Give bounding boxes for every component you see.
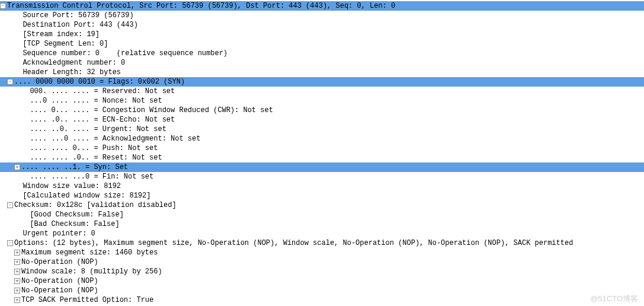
row-text: Sequence number: 0 (relative sequence nu…: [14, 49, 644, 58]
collapse-icon[interactable]: -: [7, 240, 13, 246]
tree-row-opt-mss[interactable]: +Maximum segment size: 1460 bytes: [0, 248, 644, 257]
row-text: .... .... .0.. = Reset: Not set: [21, 153, 644, 162]
row-text: No-Operation (NOP): [21, 276, 644, 286]
row-text: Checksum: 0x128c [validation disabled]: [14, 200, 644, 210]
row-text: .... .... 0... = Push: Not set: [21, 144, 644, 153]
tree-row-flag-fin[interactable]: .... .... ...0 = Fin: Not set: [0, 172, 644, 181]
row-text: [Calculated window size: 8192]: [14, 191, 644, 200]
expand-icon[interactable]: +: [14, 259, 20, 265]
row-text: Urgent pointer: 0: [14, 229, 644, 238]
tree-row-tcp-header[interactable]: -Transmission Control Protocol, Src Port…: [0, 1, 644, 11]
row-text: [TCP Segment Len: 0]: [14, 39, 644, 49]
row-text: [Bad Checksum: False]: [21, 219, 644, 229]
tree-row-options[interactable]: -Options: (12 bytes), Maximum segment si…: [0, 238, 644, 248]
row-text: .... .... ...0 = Fin: Not set: [21, 172, 644, 181]
tree-row-flag-cwr[interactable]: .... 0... .... = Congestion Window Reduc…: [0, 106, 644, 115]
row-text: .... 0000 0000 0010 = Flags: 0x002 (SYN): [14, 77, 644, 87]
tree-row-opt-nop3[interactable]: +No-Operation (NOP): [0, 286, 644, 295]
tree-row-seg-len[interactable]: [TCP Segment Len: 0]: [0, 39, 644, 49]
row-text: No-Operation (NOP): [21, 286, 644, 295]
tree-row-dst-port[interactable]: Destination Port: 443 (443): [0, 20, 644, 30]
row-text: ...0 .... .... = Nonce: Not set: [21, 96, 644, 106]
row-text: Acknowledgment number: 0: [14, 58, 644, 68]
tree-row-seq-num[interactable]: Sequence number: 0 (relative sequence nu…: [0, 49, 644, 58]
row-text: [Stream index: 19]: [14, 30, 644, 39]
tree-row-good-cksum[interactable]: [Good Checksum: False]: [0, 210, 644, 219]
tree-row-flag-urg[interactable]: .... ..0. .... = Urgent: Not set: [0, 125, 644, 134]
tree-row-flag-nonce[interactable]: ...0 .... .... = Nonce: Not set: [0, 96, 644, 106]
row-text: .... .... ..1. = Syn: Set: [21, 162, 644, 172]
tree-row-opt-wscale[interactable]: +Window scale: 8 (multiply by 256): [0, 267, 644, 276]
row-text: Maximum segment size: 1460 bytes: [21, 248, 644, 257]
tree-row-urg-ptr[interactable]: Urgent pointer: 0: [0, 229, 644, 238]
collapse-icon[interactable]: -: [0, 3, 6, 9]
tree-row-flag-ack[interactable]: .... ...0 .... = Acknowledgment: Not set: [0, 134, 644, 144]
row-text: TCP SACK Permitted Option: True: [21, 295, 644, 305]
expand-icon[interactable]: +: [14, 278, 20, 284]
tree-row-win-size[interactable]: Window size value: 8192: [0, 181, 644, 191]
row-text: [Good Checksum: False]: [21, 210, 644, 219]
expand-icon[interactable]: +: [14, 288, 20, 294]
tree-row-hdr-len[interactable]: Header Length: 32 bytes: [0, 68, 644, 77]
tree-row-bad-cksum[interactable]: [Bad Checksum: False]: [0, 219, 644, 229]
row-text: .... ...0 .... = Acknowledgment: Not set: [21, 134, 644, 144]
tree-row-opt-nop1[interactable]: +No-Operation (NOP): [0, 257, 644, 267]
tree-row-flag-reserved[interactable]: 000. .... .... = Reserved: Not set: [0, 87, 644, 96]
tree-row-flag-syn[interactable]: +.... .... ..1. = Syn: Set: [0, 162, 644, 172]
collapse-icon[interactable]: -: [7, 79, 13, 85]
row-text: .... ..0. .... = Urgent: Not set: [21, 125, 644, 134]
watermark: @51CTO博客: [590, 294, 638, 304]
row-text: Window scale: 8 (multiply by 256): [21, 267, 644, 276]
tree-row-flag-rst[interactable]: .... .... .0.. = Reset: Not set: [0, 153, 644, 162]
tree-row-opt-sack[interactable]: +TCP SACK Permitted Option: True: [0, 295, 644, 305]
row-text: Destination Port: 443 (443): [14, 20, 644, 30]
tree-row-flag-psh[interactable]: .... .... 0... = Push: Not set: [0, 144, 644, 153]
row-text: .... .0.. .... = ECN-Echo: Not set: [21, 115, 644, 125]
packet-details-tree[interactable]: -Transmission Control Protocol, Src Port…: [0, 0, 644, 306]
row-text: Header Length: 32 bytes: [14, 68, 644, 77]
tree-row-flag-ece[interactable]: .... .0.. .... = ECN-Echo: Not set: [0, 115, 644, 125]
row-text: No-Operation (NOP): [21, 257, 644, 267]
row-text: Window size value: 8192: [14, 181, 644, 191]
tree-row-src-port[interactable]: Source Port: 56739 (56739): [0, 11, 644, 20]
expand-icon[interactable]: +: [14, 164, 20, 170]
collapse-icon[interactable]: -: [7, 202, 13, 208]
row-text: Options: (12 bytes), Maximum segment siz…: [14, 238, 644, 248]
expand-icon[interactable]: +: [14, 269, 20, 275]
tree-row-stream-index[interactable]: [Stream index: 19]: [0, 30, 644, 39]
tree-row-checksum[interactable]: -Checksum: 0x128c [validation disabled]: [0, 200, 644, 210]
tree-row-ack-num[interactable]: Acknowledgment number: 0: [0, 58, 644, 68]
tree-row-opt-nop2[interactable]: +No-Operation (NOP): [0, 276, 644, 286]
expand-icon[interactable]: +: [14, 297, 20, 303]
row-text: Transmission Control Protocol, Src Port:…: [7, 1, 644, 11]
row-text: .... 0... .... = Congestion Window Reduc…: [21, 106, 644, 115]
expand-icon[interactable]: +: [14, 250, 20, 256]
row-text: Source Port: 56739 (56739): [14, 11, 644, 20]
row-text: 000. .... .... = Reserved: Not set: [21, 87, 644, 96]
tree-row-flags[interactable]: -.... 0000 0000 0010 = Flags: 0x002 (SYN…: [0, 77, 644, 87]
tree-row-calc-win[interactable]: [Calculated window size: 8192]: [0, 191, 644, 200]
